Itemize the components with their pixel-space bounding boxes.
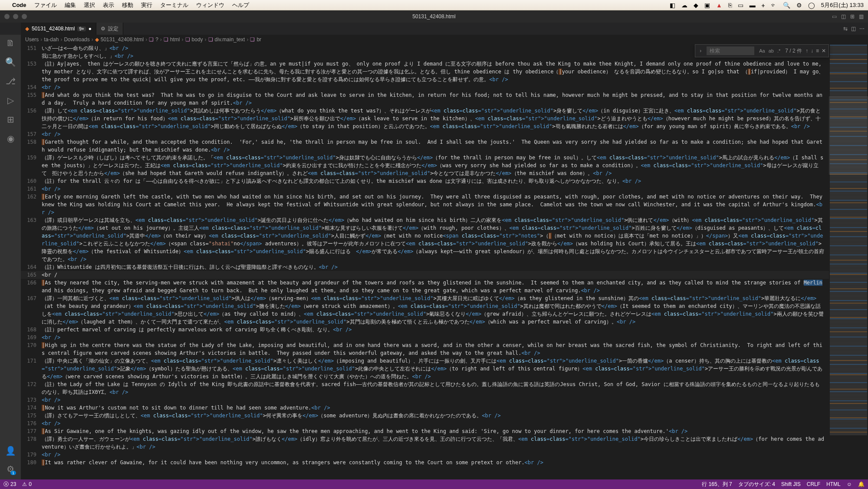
menu-select[interactable]: 選択 — [84, 1, 95, 9]
code-line[interactable]: 169<br /> — [21, 334, 829, 341]
close-icon[interactable]: ✕ — [822, 48, 826, 54]
menu-go[interactable]: 移動 — [122, 1, 133, 9]
find-toggle-replace[interactable]: › — [698, 48, 703, 54]
status-icon[interactable]: ᚐ — [762, 2, 765, 9]
code-line[interactable]: 172（註）the Lady of the Lake は Tennyson の … — [21, 380, 829, 396]
menu-file[interactable]: ファイル — [34, 1, 57, 9]
gear-icon[interactable]: ⚙ — [7, 464, 14, 474]
remote-icon[interactable]: ◉ — [7, 133, 14, 144]
code-line[interactable]: 166|As they neared the city, the serving… — [21, 279, 829, 294]
status-feedback-icon[interactable]: ☺ — [847, 481, 852, 487]
traffic-lights[interactable] — [4, 14, 27, 19]
source-control-icon[interactable]: ⎇ — [6, 76, 16, 86]
layout-icon[interactable]: ◫ — [841, 13, 846, 20]
menu-window[interactable]: ウィンドウ — [196, 1, 224, 9]
find-in-selection-icon[interactable]: ≡ — [816, 48, 819, 54]
status-icon[interactable]: ▭ — [738, 2, 743, 9]
match-case-icon[interactable]: Aa — [758, 48, 766, 54]
code-line[interactable]: 174|Now it was Arthur's custom not to si… — [21, 404, 829, 412]
code-line[interactable]: 179<br /> — [21, 451, 829, 459]
code-line[interactable]: 180|It was rather clever of Gawaine, for… — [21, 459, 829, 466]
find-input[interactable] — [707, 46, 754, 55]
menu-help[interactable]: ヘルプ — [232, 1, 249, 9]
menubar-clock[interactable]: 5月6日(土) 13:33 — [821, 1, 864, 9]
code-line[interactable]: 163（譯）或日朝早ゲーレスは其城を立ち、<em class=class="st… — [21, 216, 829, 263]
layout-icon[interactable]: ▥ — [859, 13, 864, 20]
find-next-icon[interactable]: ↓ — [811, 48, 813, 54]
menu-view[interactable]: 表示 — [103, 1, 114, 9]
layout-icon[interactable]: ▭ — [832, 13, 837, 20]
code-line[interactable]: 165<br / — [21, 271, 829, 279]
code-line[interactable]: 156（譯）して<em class=class="str">"underline… — [21, 107, 829, 130]
code-line[interactable]: 162|Early one morning Gareth left the ca… — [21, 193, 829, 216]
status-icon[interactable]: ☁ — [681, 2, 687, 9]
crumb[interactable]: ta-dah — [44, 36, 59, 43]
explorer-icon[interactable]: 🗎 — [6, 38, 15, 48]
tab-active[interactable]: ◆ 50131_42408.html 9+ ● — [21, 23, 96, 35]
code-line[interactable]: 153（註）Ay|ayes、 then はゲーレスの願ひを聴き終つて夫れに應ずる… — [21, 60, 829, 83]
code-line[interactable]: 154<br /> — [21, 83, 829, 91]
account-icon[interactable]: 👤 — [5, 446, 16, 456]
code-line[interactable]: 160（註）for the thrall 云々の for は「――心は自由なるを… — [21, 177, 829, 185]
status-encoding[interactable]: Shift JIS — [781, 481, 801, 487]
code-line[interactable]: 157<br /> — [21, 130, 829, 138]
battery-icon[interactable]: ▬ — [750, 2, 756, 9]
code-line[interactable]: 170|High up in the centre there was the … — [21, 341, 829, 357]
code-line[interactable]: 168（註）perfect marvel of carving は perfec… — [21, 326, 829, 334]
crumb[interactable]: ? — [155, 36, 158, 43]
find-prev-icon[interactable]: ↑ — [806, 48, 808, 54]
status-icon[interactable]: ⎘ — [728, 2, 732, 9]
status-warnings[interactable]: ⚠ 0 — [22, 481, 32, 487]
crumb[interactable]: div.main_text — [215, 36, 245, 43]
status-icon[interactable]: ◆ — [694, 2, 698, 9]
code-line[interactable]: 175（譯）さてもアーサー王の慣はしとして、<em class=class="s… — [21, 412, 829, 420]
layout-icon[interactable]: ⊞ — [850, 13, 855, 20]
status-eol[interactable]: CRLF — [807, 481, 820, 487]
crumb[interactable]: Downloads — [64, 36, 89, 43]
match-word-icon[interactable]: ab — [767, 48, 775, 54]
wifi-icon[interactable]: ᯤ — [771, 2, 777, 9]
code-line[interactable]: 167（譯）一同其都に近づくと、<em class=class="str">"u… — [21, 294, 829, 326]
menu-run[interactable]: 実行 — [141, 1, 152, 9]
crumb[interactable]: body — [192, 36, 203, 43]
search-icon[interactable]: 🔍 — [5, 57, 16, 67]
menu-app[interactable]: Code — [12, 2, 26, 8]
split-icon[interactable]: ◫ — [851, 26, 856, 32]
crumb[interactable]: Users — [25, 36, 39, 43]
status-errors[interactable]: ⓧ 23 — [3, 481, 16, 488]
code-line[interactable]: 176<br /> — [21, 420, 829, 427]
status-bell-icon[interactable]: 🔔 — [858, 481, 865, 487]
minimap-viewport[interactable] — [829, 96, 868, 175]
status-icon[interactable]: ▲ — [716, 2, 722, 9]
code-line[interactable]: 171（譯）中央に高く「湖の仙女」の立像あつて、<em class=class=… — [21, 357, 829, 380]
code-line[interactable]: 164（註）Whitsuntide は四月初旬に當る基督復活祭五十日後に行はれ、… — [21, 263, 829, 271]
control-center-icon[interactable]: ⚙ — [796, 2, 802, 9]
breadcrumbs[interactable]: Users› ta-dah› Downloads› ◆50131_42408.h… — [21, 35, 868, 44]
crumb[interactable]: html — [170, 36, 180, 43]
code-line[interactable]: 173<br /> — [21, 396, 829, 404]
extensions-icon[interactable]: ⊞ — [7, 114, 14, 125]
menu-terminal[interactable]: ターミナル — [160, 1, 188, 9]
status-tabsize[interactable]: タブのサイズ: 4 — [738, 481, 775, 488]
menu-edit[interactable]: 編集 — [65, 1, 76, 9]
code-line[interactable]: 178（譯）勇士の一人サー、ガウェーンが<em class=class="str… — [21, 435, 829, 451]
tab-settings[interactable]: ⚙ 設定 — [96, 23, 123, 35]
editor-content[interactable]: 151いざ――は<――命ちの限り、」<br />我に急かす急かしをすべし。」<b… — [21, 44, 829, 479]
siri-icon[interactable]: ◯ — [808, 2, 815, 9]
code-line[interactable]: 177|As Sir Gawaine, one of the knights, … — [21, 427, 829, 435]
code-line[interactable]: 158|Gareth thought for a while, and then… — [21, 138, 829, 154]
regex-icon[interactable]: .* — [776, 48, 782, 54]
status-cursor[interactable]: 行 165、列 7 — [702, 481, 732, 488]
crumb[interactable]: br — [256, 36, 261, 43]
minimap[interactable] — [829, 44, 868, 479]
code-line[interactable]: 161<br /> — [21, 185, 829, 193]
code-line[interactable]: 159（譯）ゲーレスも少時（しばし）は考へてそして其の約束を承諾した。「<em … — [21, 154, 829, 177]
more-icon[interactable]: ⋯ — [859, 26, 865, 32]
status-icon[interactable]: ▣ — [704, 2, 710, 9]
status-lang[interactable]: HTML — [826, 481, 841, 487]
debug-icon[interactable]: ▷ — [7, 95, 14, 106]
status-icon[interactable]: ◧ — [670, 2, 675, 9]
crumb[interactable]: 50131_42408.html — [101, 36, 144, 43]
compare-icon[interactable]: ⇆ — [843, 26, 848, 32]
code-line[interactable]: 155|And what do you think the test was? … — [21, 91, 829, 107]
